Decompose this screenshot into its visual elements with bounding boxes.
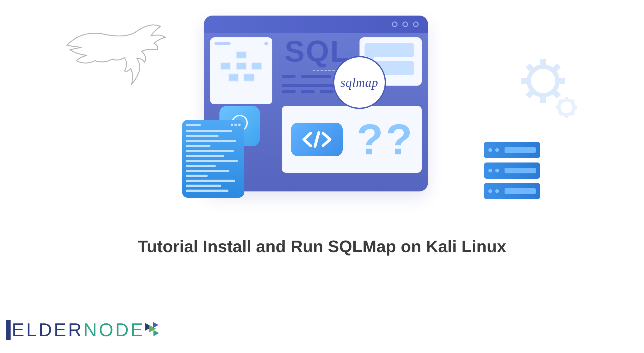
svg-point-2 — [529, 67, 557, 95]
question-marks: ? ? — [356, 118, 412, 161]
gear-icon — [556, 97, 577, 118]
eldernode-logo: ELDERNODE — [6, 319, 163, 341]
svg-marker-23 — [153, 330, 159, 336]
server-icon — [484, 183, 540, 199]
svg-line-8 — [554, 92, 559, 96]
tree-diagram-icon — [214, 51, 268, 82]
code-editor-panel — [182, 120, 244, 198]
svg-line-9 — [528, 92, 532, 96]
window-control-dot — [392, 21, 397, 27]
page-title: Tutorial Install and Run SQLMap on Kali … — [0, 237, 644, 256]
svg-line-19 — [571, 100, 574, 102]
server-icon — [484, 162, 540, 179]
sitemap-panel — [210, 37, 272, 104]
question-mark-icon: ? — [356, 118, 383, 161]
sqlmap-badge: sqlmap — [333, 56, 386, 109]
window-control-dot — [402, 21, 408, 27]
gear-icon — [521, 59, 565, 103]
server-stack — [484, 142, 540, 199]
svg-line-17 — [571, 112, 574, 115]
speech-bubble-icon — [364, 43, 414, 57]
logo-part-2: NODE — [83, 319, 145, 340]
text-lines-panel — [282, 75, 338, 96]
svg-line-16 — [559, 100, 562, 102]
main-illustration: SQL — [151, 16, 493, 190]
code-tag-icon — [291, 123, 343, 156]
question-mark-icon: ? — [386, 118, 412, 161]
svg-line-10 — [554, 65, 559, 70]
logo-text: ELDERNODE — [12, 319, 145, 341]
kali-dragon-icon — [64, 19, 167, 90]
window-control-dot — [413, 21, 419, 27]
panel-bar — [214, 42, 231, 45]
svg-line-18 — [559, 112, 562, 115]
panel-dot — [264, 42, 268, 45]
sql-label: SQL — [285, 34, 350, 68]
logo-bar — [6, 320, 11, 340]
logo-triangles-icon — [145, 321, 163, 339]
svg-line-7 — [528, 65, 532, 70]
svg-marker-22 — [153, 322, 158, 328]
svg-line-0 — [315, 133, 319, 146]
sqlmap-label: sqlmap — [341, 75, 378, 90]
logo-part-1: ELDER — [12, 319, 83, 340]
gears-group — [518, 56, 581, 125]
server-icon — [484, 142, 540, 158]
code-question-panel: ? ? — [282, 106, 422, 173]
window-titlebar — [204, 16, 428, 33]
